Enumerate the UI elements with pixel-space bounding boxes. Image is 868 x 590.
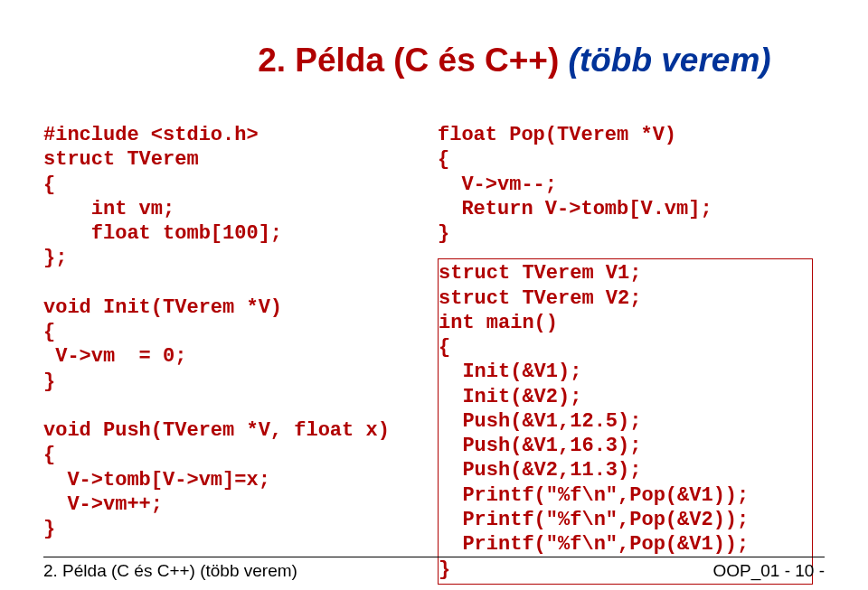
left-code-block: #include <stdio.h> struct TVerem { int v… <box>43 123 430 542</box>
right-column: float Pop(TVerem *V) { V->vm--; Return V… <box>438 123 825 585</box>
footer-left: 2. Példa (C és C++) (több verem) <box>43 561 297 581</box>
footer-right: OOP_01 - 10 - <box>712 561 825 581</box>
boxed-code-block: struct TVerem V1; struct TVerem V2; int … <box>438 258 813 584</box>
footer: 2. Példa (C és C++) (több verem) OOP_01 … <box>43 561 825 581</box>
code-columns: #include <stdio.h> struct TVerem { int v… <box>43 123 825 585</box>
title-subtitle: (több verem) <box>559 42 770 79</box>
title-main: 2. Példa (C és C++) <box>258 42 559 79</box>
left-column: #include <stdio.h> struct TVerem { int v… <box>43 123 430 585</box>
right-top-code-block: float Pop(TVerem *V) { V->vm--; Return V… <box>438 123 825 246</box>
slide-title: 2. Példa (C és C++) (több verem) <box>221 4 825 117</box>
footer-rule <box>43 557 825 557</box>
slide: 2. Példa (C és C++) (több verem) #includ… <box>0 0 868 590</box>
